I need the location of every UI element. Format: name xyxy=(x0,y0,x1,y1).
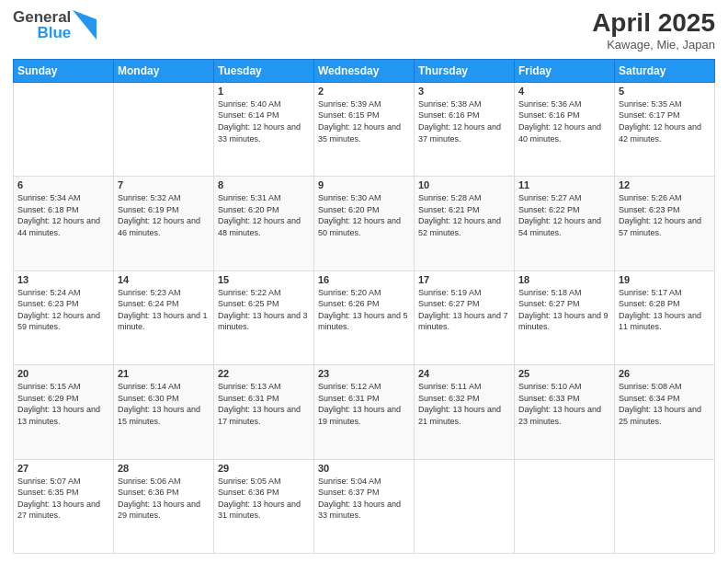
day-number: 29 xyxy=(218,463,310,474)
day-number: 14 xyxy=(118,274,210,285)
logo-icon xyxy=(73,10,97,40)
col-tuesday: Tuesday xyxy=(214,59,314,82)
day-info: Sunrise: 5:28 AMSunset: 6:21 PMDaylight:… xyxy=(418,192,510,238)
day-info: Sunrise: 5:31 AMSunset: 6:20 PMDaylight:… xyxy=(218,192,310,238)
day-cell: 21Sunrise: 5:14 AMSunset: 6:30 PMDayligh… xyxy=(114,365,214,459)
day-cell: 16Sunrise: 5:20 AMSunset: 6:26 PMDayligh… xyxy=(314,270,415,364)
day-info: Sunrise: 5:23 AMSunset: 6:24 PMDaylight:… xyxy=(118,287,210,333)
day-cell: 19Sunrise: 5:17 AMSunset: 6:28 PMDayligh… xyxy=(615,270,715,364)
day-cell: 20Sunrise: 5:15 AMSunset: 6:29 PMDayligh… xyxy=(14,365,114,459)
day-info: Sunrise: 5:13 AMSunset: 6:31 PMDaylight:… xyxy=(218,381,310,427)
day-number: 3 xyxy=(418,86,510,97)
day-cell: 15Sunrise: 5:22 AMSunset: 6:25 PMDayligh… xyxy=(214,270,314,364)
day-cell: 26Sunrise: 5:08 AMSunset: 6:34 PMDayligh… xyxy=(615,365,715,459)
day-number: 28 xyxy=(118,463,210,474)
col-friday: Friday xyxy=(515,59,615,82)
day-number: 20 xyxy=(17,368,109,379)
day-cell xyxy=(415,459,515,553)
day-number: 11 xyxy=(518,179,610,190)
week-row-1: 1Sunrise: 5:40 AMSunset: 6:14 PMDaylight… xyxy=(14,82,715,176)
day-cell: 25Sunrise: 5:10 AMSunset: 6:33 PMDayligh… xyxy=(515,365,615,459)
day-cell: 22Sunrise: 5:13 AMSunset: 6:31 PMDayligh… xyxy=(214,365,314,459)
col-wednesday: Wednesday xyxy=(314,59,415,82)
day-number: 8 xyxy=(218,179,310,190)
day-number: 23 xyxy=(318,368,410,379)
day-cell: 3Sunrise: 5:38 AMSunset: 6:16 PMDaylight… xyxy=(415,82,515,176)
day-number: 22 xyxy=(218,368,310,379)
day-number: 12 xyxy=(619,179,711,190)
col-monday: Monday xyxy=(114,59,214,82)
day-cell: 11Sunrise: 5:27 AMSunset: 6:22 PMDayligh… xyxy=(515,177,615,270)
week-row-2: 6Sunrise: 5:34 AMSunset: 6:18 PMDaylight… xyxy=(14,177,715,270)
day-cell: 14Sunrise: 5:23 AMSunset: 6:24 PMDayligh… xyxy=(114,270,214,364)
day-info: Sunrise: 5:12 AMSunset: 6:31 PMDaylight:… xyxy=(318,381,410,427)
col-sunday: Sunday xyxy=(14,59,114,82)
day-number: 30 xyxy=(318,463,410,474)
day-cell: 9Sunrise: 5:30 AMSunset: 6:20 PMDaylight… xyxy=(314,177,415,270)
day-number: 6 xyxy=(17,179,109,190)
day-number: 26 xyxy=(619,368,711,379)
main-title: April 2025 xyxy=(592,9,715,38)
day-cell: 10Sunrise: 5:28 AMSunset: 6:21 PMDayligh… xyxy=(415,177,515,270)
weekday-header-row: Sunday Monday Tuesday Wednesday Thursday… xyxy=(14,59,715,82)
day-number: 18 xyxy=(518,274,610,285)
day-number: 9 xyxy=(318,179,410,190)
subtitle: Kawage, Mie, Japan xyxy=(592,38,715,52)
svg-marker-0 xyxy=(73,10,97,40)
day-cell xyxy=(615,459,715,553)
day-cell: 28Sunrise: 5:06 AMSunset: 6:36 PMDayligh… xyxy=(114,459,214,553)
day-info: Sunrise: 5:24 AMSunset: 6:23 PMDaylight:… xyxy=(17,287,109,333)
day-info: Sunrise: 5:18 AMSunset: 6:27 PMDaylight:… xyxy=(518,287,610,333)
day-info: Sunrise: 5:19 AMSunset: 6:27 PMDaylight:… xyxy=(418,287,510,333)
day-info: Sunrise: 5:38 AMSunset: 6:16 PMDaylight:… xyxy=(418,98,510,144)
day-cell: 4Sunrise: 5:36 AMSunset: 6:16 PMDaylight… xyxy=(515,82,615,176)
day-cell: 13Sunrise: 5:24 AMSunset: 6:23 PMDayligh… xyxy=(14,270,114,364)
calendar-table: Sunday Monday Tuesday Wednesday Thursday… xyxy=(13,59,715,554)
day-cell: 30Sunrise: 5:04 AMSunset: 6:37 PMDayligh… xyxy=(314,459,415,553)
day-info: Sunrise: 5:08 AMSunset: 6:34 PMDaylight:… xyxy=(619,381,711,427)
day-info: Sunrise: 5:30 AMSunset: 6:20 PMDaylight:… xyxy=(318,192,410,238)
day-info: Sunrise: 5:36 AMSunset: 6:16 PMDaylight:… xyxy=(518,98,610,144)
day-number: 17 xyxy=(418,274,510,285)
day-info: Sunrise: 5:11 AMSunset: 6:32 PMDaylight:… xyxy=(418,381,510,427)
day-cell: 23Sunrise: 5:12 AMSunset: 6:31 PMDayligh… xyxy=(314,365,415,459)
col-saturday: Saturday xyxy=(615,59,715,82)
logo-blue: Blue xyxy=(37,25,71,40)
day-info: Sunrise: 5:39 AMSunset: 6:15 PMDaylight:… xyxy=(318,98,410,144)
day-info: Sunrise: 5:17 AMSunset: 6:28 PMDaylight:… xyxy=(619,287,711,333)
day-info: Sunrise: 5:35 AMSunset: 6:17 PMDaylight:… xyxy=(619,98,711,144)
day-number: 24 xyxy=(418,368,510,379)
day-info: Sunrise: 5:14 AMSunset: 6:30 PMDaylight:… xyxy=(118,381,210,427)
day-cell: 24Sunrise: 5:11 AMSunset: 6:32 PMDayligh… xyxy=(415,365,515,459)
week-row-3: 13Sunrise: 5:24 AMSunset: 6:23 PMDayligh… xyxy=(14,270,715,364)
day-cell: 2Sunrise: 5:39 AMSunset: 6:15 PMDaylight… xyxy=(314,82,415,176)
day-cell xyxy=(14,82,114,176)
day-cell: 8Sunrise: 5:31 AMSunset: 6:20 PMDaylight… xyxy=(214,177,314,270)
logo-general: General xyxy=(13,9,71,25)
day-number: 21 xyxy=(118,368,210,379)
day-info: Sunrise: 5:40 AMSunset: 6:14 PMDaylight:… xyxy=(218,98,310,144)
day-cell: 17Sunrise: 5:19 AMSunset: 6:27 PMDayligh… xyxy=(415,270,515,364)
day-info: Sunrise: 5:27 AMSunset: 6:22 PMDaylight:… xyxy=(518,192,610,238)
day-number: 25 xyxy=(518,368,610,379)
day-cell: 5Sunrise: 5:35 AMSunset: 6:17 PMDaylight… xyxy=(615,82,715,176)
day-cell: 1Sunrise: 5:40 AMSunset: 6:14 PMDaylight… xyxy=(214,82,314,176)
title-block: April 2025 Kawage, Mie, Japan xyxy=(592,9,715,52)
day-cell xyxy=(515,459,615,553)
day-info: Sunrise: 5:15 AMSunset: 6:29 PMDaylight:… xyxy=(17,381,109,427)
day-number: 13 xyxy=(17,274,109,285)
day-info: Sunrise: 5:20 AMSunset: 6:26 PMDaylight:… xyxy=(318,287,410,333)
day-number: 10 xyxy=(418,179,510,190)
logo: General Blue xyxy=(13,9,97,40)
day-number: 2 xyxy=(318,86,410,97)
week-row-5: 27Sunrise: 5:07 AMSunset: 6:35 PMDayligh… xyxy=(14,459,715,553)
col-thursday: Thursday xyxy=(415,59,515,82)
day-cell: 6Sunrise: 5:34 AMSunset: 6:18 PMDaylight… xyxy=(14,177,114,270)
day-number: 5 xyxy=(619,86,711,97)
day-info: Sunrise: 5:34 AMSunset: 6:18 PMDaylight:… xyxy=(17,192,109,238)
day-number: 7 xyxy=(118,179,210,190)
day-info: Sunrise: 5:05 AMSunset: 6:36 PMDaylight:… xyxy=(218,476,310,522)
day-number: 15 xyxy=(218,274,310,285)
day-number: 1 xyxy=(218,86,310,97)
day-cell: 18Sunrise: 5:18 AMSunset: 6:27 PMDayligh… xyxy=(515,270,615,364)
